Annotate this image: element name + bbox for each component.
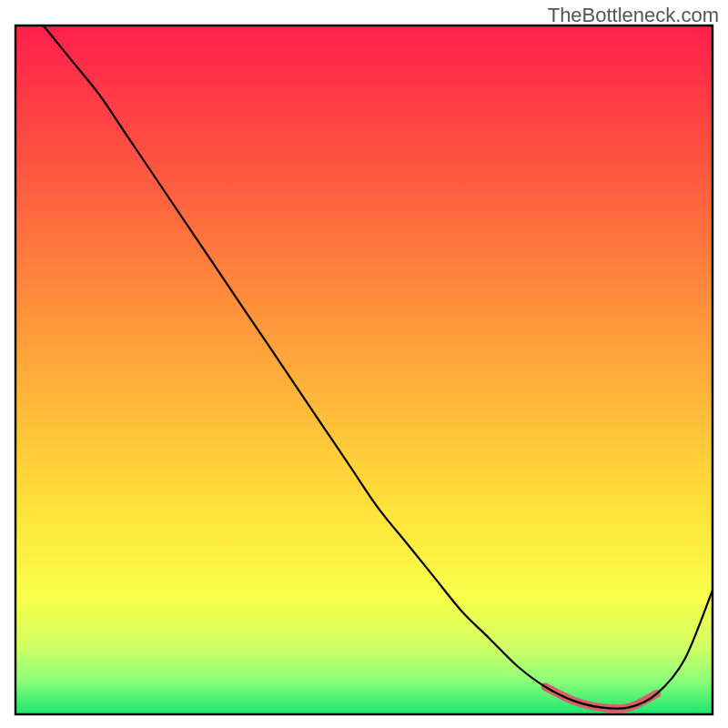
bottleneck-chart bbox=[0, 0, 728, 728]
watermark-text: TheBottleneck.com bbox=[548, 4, 719, 27]
chart-svg bbox=[0, 0, 728, 728]
gradient-background bbox=[15, 25, 713, 714]
